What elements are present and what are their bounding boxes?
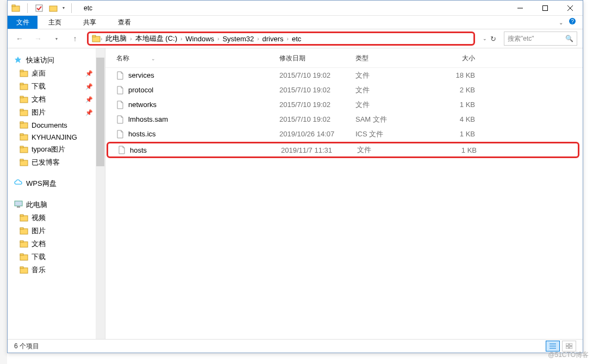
column-headers: 名称⌄ 修改日期 类型 大小 xyxy=(105,52,583,68)
file-date: 2015/7/10 19:02 xyxy=(279,71,355,79)
svg-rect-27 xyxy=(20,159,23,161)
file-row[interactable]: networks2015/7/10 19:02文件1 KB xyxy=(105,97,583,112)
svg-rect-43 xyxy=(566,343,569,346)
address-bar[interactable]: › 此电脑 › 本地磁盘 (C:) › Windows › System32 ›… xyxy=(87,32,475,46)
quick-access-header[interactable]: 快速访问 xyxy=(8,54,105,67)
file-type: ICS 文件 xyxy=(355,129,437,139)
sidebar-item-label: 已发博客 xyxy=(32,158,60,167)
pin-icon: 📌 xyxy=(85,96,93,103)
sidebar-item-label: 下载 xyxy=(32,81,46,91)
column-name[interactable]: 名称⌄ xyxy=(111,54,279,63)
recent-dropdown-icon[interactable]: ▾ xyxy=(50,32,63,45)
thumbnails-view-button[interactable] xyxy=(562,341,576,352)
divider xyxy=(27,3,28,13)
breadcrumb-segment[interactable]: 本地磁盘 (C:) xyxy=(132,34,180,43)
back-button[interactable]: ← xyxy=(13,32,26,45)
sidebar-item[interactable]: 音乐 xyxy=(8,263,105,277)
cloud-icon xyxy=(14,179,23,188)
refresh-button[interactable]: ↻ xyxy=(490,35,496,43)
breadcrumb-segment[interactable]: drivers xyxy=(259,35,287,43)
file-row[interactable]: services2015/7/10 19:02文件18 KB xyxy=(105,68,583,83)
file-icon xyxy=(116,101,125,109)
search-input[interactable]: 搜索"etc" 🔍 xyxy=(504,32,577,46)
file-row[interactable]: protocol2015/7/10 19:02文件2 KB xyxy=(105,83,583,97)
tab-home[interactable]: 主页 xyxy=(38,16,72,29)
svg-rect-13 xyxy=(20,70,23,72)
tab-share[interactable]: 共享 xyxy=(72,16,107,29)
address-dropdown-icon[interactable]: ⌄ xyxy=(483,36,487,41)
svg-rect-11 xyxy=(92,35,96,37)
quick-access-toolbar: ▾ etc xyxy=(8,3,92,13)
scrollbar-thumb[interactable] xyxy=(96,58,104,166)
svg-rect-39 xyxy=(20,267,23,268)
svg-rect-37 xyxy=(20,254,23,255)
file-list: 名称⌄ 修改日期 类型 大小 services2015/7/10 19:02文件… xyxy=(105,48,583,339)
this-pc-header[interactable]: 此电脑 xyxy=(8,198,105,211)
scrollbar[interactable] xyxy=(96,48,105,339)
sidebar-item-label: 音乐 xyxy=(32,265,46,275)
folder-icon xyxy=(20,214,28,222)
external-fragment-left xyxy=(0,0,7,364)
sidebar-item[interactable]: 桌面📌 xyxy=(8,67,105,80)
qat-dropdown-icon[interactable]: ▾ xyxy=(63,5,65,10)
window-controls xyxy=(508,1,583,16)
file-name: hosts.ics xyxy=(128,130,156,138)
tab-view[interactable]: 查看 xyxy=(107,16,142,29)
help-icon[interactable]: ? xyxy=(569,17,576,27)
star-icon xyxy=(14,56,23,65)
sidebar-item[interactable]: 文档📌 xyxy=(8,93,105,106)
svg-rect-23 xyxy=(20,134,23,135)
sidebar-item[interactable]: KYHUANJING xyxy=(8,131,105,143)
column-date[interactable]: 修改日期 xyxy=(279,54,355,63)
file-row[interactable]: hosts2019/11/7 11:31文件1 KB xyxy=(107,142,579,158)
minimize-button[interactable] xyxy=(508,1,533,16)
breadcrumb-segment[interactable]: 此电脑 xyxy=(102,34,130,43)
sidebar-item[interactable]: Documents xyxy=(8,119,105,131)
up-button[interactable]: ↑ xyxy=(68,32,82,45)
folder-icon xyxy=(20,158,28,167)
svg-rect-5 xyxy=(543,5,548,10)
folder-icon xyxy=(20,266,28,274)
file-row[interactable]: hosts.ics2019/10/26 14:07ICS 文件1 KB xyxy=(105,127,583,141)
folder-icon xyxy=(20,240,28,248)
search-icon[interactable]: 🔍 xyxy=(565,35,573,42)
breadcrumb-segment[interactable]: etc xyxy=(289,35,304,43)
maximize-button[interactable] xyxy=(533,1,558,16)
file-name: services xyxy=(128,71,154,79)
folder-icon xyxy=(20,133,28,141)
file-date: 2015/7/10 19:02 xyxy=(279,115,355,123)
sidebar-item[interactable]: typora图片 xyxy=(8,143,105,156)
wps-label: WPS网盘 xyxy=(26,179,57,189)
file-icon xyxy=(116,86,125,95)
file-name: lmhosts.sam xyxy=(128,115,168,123)
forward-button[interactable]: → xyxy=(32,32,45,45)
details-view-button[interactable] xyxy=(546,341,560,352)
sort-indicator-icon: ⌄ xyxy=(151,56,155,61)
svg-rect-1 xyxy=(12,5,15,7)
wps-drive[interactable]: WPS网盘 xyxy=(8,177,105,190)
breadcrumb-segment[interactable]: System32 xyxy=(219,35,257,43)
ribbon-expand-icon[interactable]: ⌄ xyxy=(559,20,563,26)
file-tab[interactable]: 文件 xyxy=(8,16,38,29)
close-button[interactable] xyxy=(558,1,583,16)
status-bar: 6 个项目 xyxy=(8,339,583,353)
sidebar-item[interactable]: 视频 xyxy=(8,211,105,224)
column-size[interactable]: 大小 xyxy=(437,54,486,63)
divider xyxy=(71,3,72,13)
sidebar-item[interactable]: 下载📌 xyxy=(8,80,105,93)
breadcrumb-segment[interactable]: Windows xyxy=(182,35,217,43)
folder-icon xyxy=(20,121,28,129)
sidebar-item[interactable]: 下载 xyxy=(8,250,105,263)
properties-checkbox-icon[interactable] xyxy=(34,3,44,13)
navigation-bar: ← → ▾ ↑ › 此电脑 › 本地磁盘 (C:) › Windows › Sy… xyxy=(8,29,583,48)
sidebar-item[interactable]: 图片📌 xyxy=(8,106,105,119)
column-type[interactable]: 类型 xyxy=(355,54,437,63)
file-name: networks xyxy=(128,101,157,109)
sidebar-item[interactable]: 文档 xyxy=(8,237,105,250)
file-type: 文件 xyxy=(355,71,437,80)
sidebar-item[interactable]: 已发博客 xyxy=(8,156,105,169)
file-row[interactable]: lmhosts.sam2015/7/10 19:02SAM 文件4 KB xyxy=(105,112,583,127)
sidebar-item[interactable]: 图片 xyxy=(8,224,105,237)
svg-rect-33 xyxy=(20,228,23,229)
new-folder-icon[interactable] xyxy=(48,3,58,13)
